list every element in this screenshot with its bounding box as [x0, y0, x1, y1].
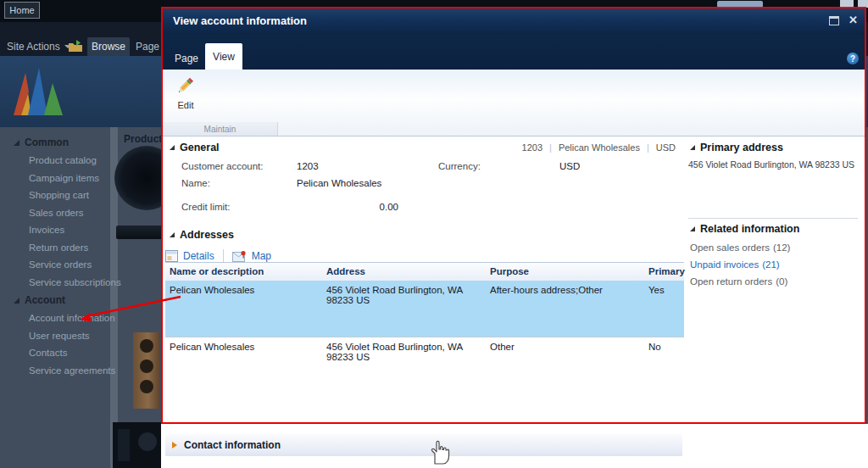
- sidebar-item-sales-orders[interactable]: Sales orders: [0, 204, 112, 222]
- edit-button-label: Edit: [178, 100, 194, 110]
- cell-name: Pelican Wholesales: [170, 285, 254, 295]
- related-count: (12): [773, 242, 790, 253]
- sidebar-item-return-orders[interactable]: Return orders: [0, 239, 112, 257]
- related-open-sales-orders[interactable]: Open sales orders(12): [690, 242, 790, 253]
- credit-limit-value: 0.00: [356, 202, 398, 212]
- product-image-tower-speaker: [133, 332, 160, 409]
- section-general[interactable]: General: [170, 142, 220, 153]
- related-label: Unpaid invoices: [690, 259, 759, 270]
- related-open-return-orders[interactable]: Open return orders(0): [690, 276, 787, 287]
- expand-triangle-icon: [172, 442, 177, 448]
- summary-separator: |: [647, 142, 649, 153]
- cell-purpose: After-hours address;Other: [490, 285, 603, 295]
- sidebar-item-campaign-items[interactable]: Campaign items: [0, 170, 112, 187]
- collapse-triangle-icon: [14, 140, 19, 146]
- primary-address-value: 456 Violet Road Burlington, WA 98233 US: [688, 159, 862, 170]
- product-image-stereo: [113, 422, 163, 468]
- dialog-ribbon: Edit Maintain: [163, 70, 865, 136]
- section-label: Primary address: [700, 142, 783, 153]
- sidebar-item-service-orders[interactable]: Service orders: [0, 256, 112, 274]
- section-related-information[interactable]: Related information: [690, 223, 799, 235]
- record-summary: 1203 | Pelican Wholesales | USD: [442, 142, 676, 153]
- tab-view[interactable]: View: [205, 43, 242, 70]
- table-row-selected[interactable]: Pelican Wholesales 456 Violet Road Burli…: [165, 281, 684, 337]
- map-icon[interactable]: [232, 250, 247, 263]
- section-addresses[interactable]: Addresses: [170, 229, 234, 241]
- sidebar-item-account-information[interactable]: Account information: [0, 309, 112, 327]
- column-primary[interactable]: Primary: [648, 266, 685, 276]
- related-unpaid-invoices[interactable]: Unpaid invoices(21): [690, 259, 780, 270]
- sidebar-group-account[interactable]: Account: [0, 291, 112, 309]
- sidebar-item-product-catalog[interactable]: Product catalog: [0, 152, 112, 170]
- sidebar-item-contacts[interactable]: Contacts: [0, 344, 112, 362]
- related-count: (0): [776, 276, 787, 287]
- customer-account-value: 1203: [297, 161, 319, 171]
- dialog-tab-strip: Page View ?: [163, 35, 865, 70]
- cell-primary: Yes: [648, 285, 665, 295]
- edit-button[interactable]: Edit: [166, 73, 205, 122]
- section-primary-address[interactable]: Primary address: [690, 142, 783, 153]
- sidebar-item-service-agreements[interactable]: Service agreements: [0, 362, 112, 380]
- contact-information-section[interactable]: Contact information: [165, 434, 682, 456]
- currency-value: USD: [559, 161, 580, 171]
- contact-section-label: Contact information: [184, 439, 281, 451]
- summary-separator: |: [549, 142, 552, 153]
- column-purpose[interactable]: Purpose: [490, 266, 529, 276]
- cell-address: 456 Violet Road Burlington, WA 98233 US: [326, 285, 484, 305]
- dynamics-logo-icon: [14, 64, 63, 119]
- collapse-triangle-icon: [690, 145, 695, 150]
- summary-name: Pelican Wholesales: [559, 142, 640, 153]
- name-label: Name:: [181, 178, 210, 188]
- summary-account: 1203: [522, 142, 542, 153]
- currency-label: Currency:: [438, 161, 481, 171]
- name-value: Pelican Wholesales: [297, 178, 381, 188]
- customer-account-label: Customer account:: [181, 161, 264, 171]
- close-icon[interactable]: ✕: [849, 14, 858, 26]
- table-header-row[interactable]: Name or description Address Purpose Prim…: [165, 262, 684, 281]
- screen: Home Site Actions Browse Page Customer s…: [0, 0, 868, 468]
- toolbar-divider: [223, 249, 224, 263]
- sidebar-item-shopping-cart[interactable]: Shopping cart: [0, 187, 112, 204]
- collapse-triangle-icon: [14, 298, 19, 304]
- site-actions-menu[interactable]: Site Actions: [7, 38, 71, 55]
- section-label: Related information: [700, 223, 799, 235]
- view-account-information-dialog: View account information ✕ Page View ?: [161, 7, 866, 424]
- section-label: General: [180, 142, 220, 153]
- maximize-icon[interactable]: [829, 16, 839, 25]
- addresses-table: Name or description Address Purpose Prim…: [165, 262, 684, 375]
- sidebar-item-user-requests[interactable]: User requests: [0, 327, 112, 345]
- help-icon[interactable]: ?: [847, 53, 859, 64]
- map-button[interactable]: Map: [252, 250, 271, 262]
- home-tab[interactable]: Home: [4, 2, 40, 19]
- cell-purpose: Other: [490, 342, 515, 352]
- pencil-icon: [174, 73, 198, 98]
- section-label: Addresses: [180, 229, 234, 241]
- cell-primary: No: [648, 342, 661, 352]
- details-icon[interactable]: [165, 250, 178, 262]
- dialog-title: View account information: [173, 14, 307, 27]
- details-button[interactable]: Details: [183, 250, 214, 262]
- dialog-lower-area: Contact information: [161, 424, 868, 468]
- column-address[interactable]: Address: [326, 266, 484, 276]
- tab-page[interactable]: Page: [170, 47, 203, 70]
- navigate-up-icon[interactable]: [68, 39, 83, 56]
- table-row[interactable]: Pelican Wholesales 456 Violet Road Burli…: [165, 337, 684, 375]
- sidebar-group-common[interactable]: Common: [0, 133, 112, 152]
- cell-address: 456 Violet Road Burlington, WA 98233 US: [326, 342, 484, 362]
- dialog-content: General 1203 | Pelican Wholesales | USD …: [163, 136, 865, 422]
- site-actions-label: Site Actions: [7, 41, 60, 53]
- related-count: (21): [762, 259, 779, 270]
- dialog-title-bar: View account information ✕: [163, 8, 865, 35]
- column-name-or-description[interactable]: Name or description: [170, 266, 264, 276]
- related-label: Open sales orders: [690, 242, 770, 253]
- ribbon-group-maintain: Maintain: [163, 122, 278, 136]
- tab-browse[interactable]: Browse: [87, 37, 130, 56]
- sidebar-item-invoices[interactable]: Invoices: [0, 221, 112, 239]
- related-label: Open return orders: [690, 276, 772, 287]
- collapse-triangle-icon: [690, 226, 695, 231]
- sidebar-item-service-subscriptions[interactable]: Service subscriptions: [0, 274, 112, 292]
- panel-divider: [688, 218, 858, 219]
- sidebar-nav: Common Product catalog Campaign items Sh…: [0, 133, 112, 379]
- collapse-triangle-icon: [170, 145, 175, 150]
- tab-page-background[interactable]: Page: [136, 38, 159, 55]
